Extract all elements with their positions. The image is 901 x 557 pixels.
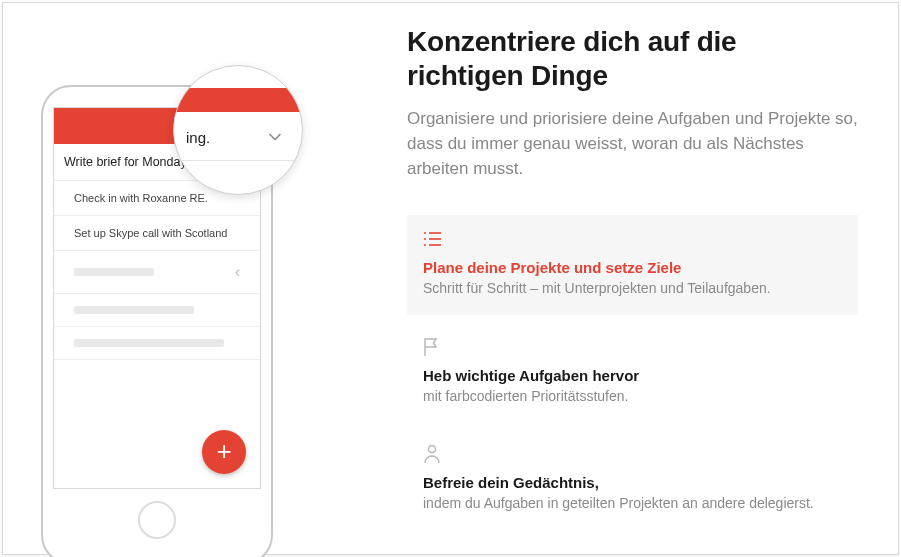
magnified-text-fragment: ing. bbox=[186, 129, 210, 146]
feature-desc: indem du Aufgaben in geteilten Projekten… bbox=[423, 494, 842, 514]
chevron-down-icon[interactable] bbox=[264, 126, 286, 148]
home-button[interactable] bbox=[138, 501, 176, 539]
magnifier-lens: ing. bbox=[173, 65, 303, 195]
person-icon bbox=[423, 444, 842, 464]
feature-highlight-tasks[interactable]: Heb wichtige Aufgaben hervor mit farbcod… bbox=[407, 323, 858, 423]
feature-plan-projects[interactable]: Plane deine Projekte und setze Ziele Sch… bbox=[407, 215, 858, 315]
placeholder-row bbox=[54, 327, 260, 360]
placeholder-row bbox=[54, 294, 260, 327]
copy-area: Konzentriere dich auf die richtigen Ding… bbox=[363, 3, 898, 554]
feature-desc: Schritt für Schritt – mit Unterprojekten… bbox=[423, 279, 842, 299]
feature-title: Heb wichtige Aufgaben hervor bbox=[423, 367, 842, 384]
page-title: Konzentriere dich auf die richtigen Ding… bbox=[407, 25, 858, 93]
feature-desc: mit farbcodierten Prioritätsstufen. bbox=[423, 387, 842, 407]
svg-point-2 bbox=[424, 238, 426, 240]
flag-icon bbox=[423, 337, 842, 357]
feature-delegate[interactable]: Befreie dein Gedächtnis, indem du Aufgab… bbox=[407, 430, 858, 530]
marketing-frame: Write brief for Monday's meeting. Check … bbox=[2, 2, 899, 555]
placeholder-bar bbox=[74, 268, 154, 276]
feature-title: Befreie dein Gedächtnis, bbox=[423, 474, 842, 491]
feature-list: Plane deine Projekte und setze Ziele Sch… bbox=[407, 215, 858, 530]
chevron-left-icon[interactable]: ‹ bbox=[235, 263, 240, 281]
svg-point-4 bbox=[424, 244, 426, 246]
svg-point-6 bbox=[429, 446, 436, 453]
page-subtitle: Organisiere und priorisiere deine Aufgab… bbox=[407, 107, 858, 181]
placeholder-bar bbox=[74, 306, 194, 314]
task-item[interactable]: Set up Skype call with Scotland bbox=[54, 216, 260, 251]
app-header-bar-zoom bbox=[174, 88, 302, 112]
svg-point-0 bbox=[424, 232, 426, 234]
phone-illustration: Write brief for Monday's meeting. Check … bbox=[3, 3, 363, 554]
add-task-fab[interactable]: + bbox=[202, 430, 246, 474]
list-icon bbox=[423, 229, 842, 249]
placeholder-bar bbox=[74, 339, 224, 347]
placeholder-row: ‹ bbox=[54, 251, 260, 294]
feature-title: Plane deine Projekte und setze Ziele bbox=[423, 259, 842, 276]
magnified-task-row: ing. bbox=[174, 112, 302, 161]
